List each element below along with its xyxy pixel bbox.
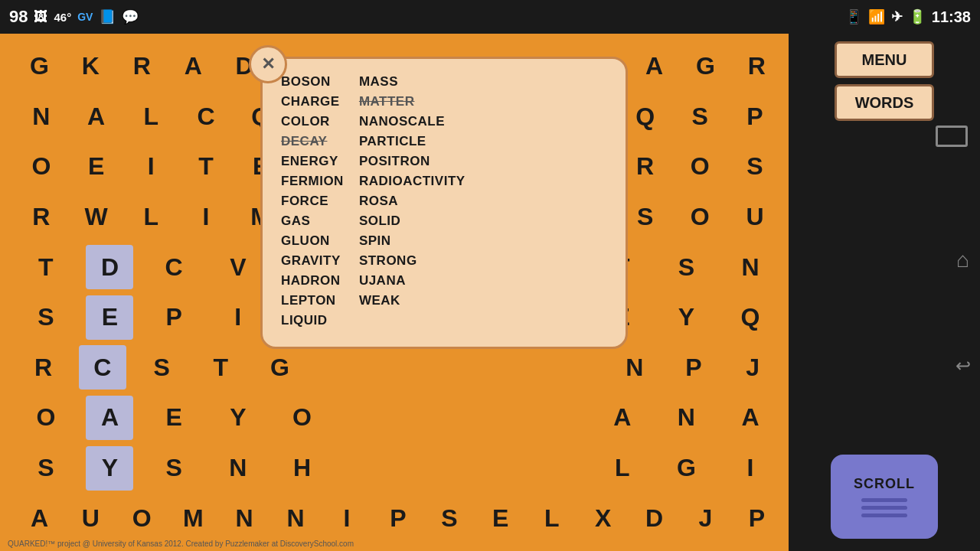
word-item: SPIN — [359, 233, 466, 249]
word-item: HADRON — [281, 273, 344, 289]
gallery-icon: 🖼 — [34, 9, 47, 25]
facebook-icon: 📘 — [99, 8, 116, 25]
battery-icon: 🔋 — [909, 8, 926, 25]
word-item-found: DECAY — [281, 134, 344, 149]
word-item: RADIOACTIVITY — [359, 174, 466, 189]
chat-icon: 💬 — [122, 8, 139, 25]
android-back-icon[interactable]: ↩ — [956, 355, 971, 377]
time-display: 11:38 — [932, 8, 971, 26]
words-list: BOSON CHARGE COLOR DECAY ENERGY FERMION … — [281, 74, 607, 328]
android-recent-icon[interactable] — [936, 126, 968, 147]
popup-overlay: ✕ BOSON CHARGE COLOR DECAY ENERGY FERMIO… — [0, 34, 789, 551]
scroll-lines — [861, 498, 907, 517]
phone-icon: 📱 — [845, 8, 862, 25]
status-left: 98 🖼 46° GV 📘 💬 — [9, 7, 139, 27]
word-item: STRONG — [359, 253, 466, 269]
word-item: BOSON — [281, 74, 344, 90]
words-column-1: BOSON CHARGE COLOR DECAY ENERGY FERMION … — [281, 74, 344, 328]
menu-button[interactable]: MENU — [835, 41, 934, 78]
word-item: NANOSCALE — [359, 114, 466, 129]
word-item: GLUON — [281, 233, 344, 249]
close-button[interactable]: ✕ — [249, 45, 287, 83]
scroll-line — [861, 498, 907, 502]
words-button[interactable]: WORDS — [835, 84, 934, 121]
word-item: CHARGE — [281, 94, 344, 109]
scroll-button[interactable]: SCROLL — [831, 455, 938, 539]
wifi-icon: 📶 — [868, 8, 885, 25]
word-item: WEAK — [359, 293, 466, 308]
word-item: FORCE — [281, 194, 344, 209]
status-right: 📱 📶 ✈ 🔋 11:38 — [845, 8, 971, 26]
word-item: UJANA — [359, 273, 466, 289]
words-column-2: MASS MATTER NANOSCALE PARTICLE POSITRON … — [359, 74, 466, 328]
status-bar: 98 🖼 46° GV 📘 💬 📱 📶 ✈ 🔋 11:38 — [0, 0, 980, 34]
android-home-icon[interactable]: ⌂ — [956, 248, 969, 272]
word-item-found: MATTER — [359, 94, 466, 109]
airplane-icon: ✈ — [891, 8, 903, 25]
gv-icon: GV — [77, 11, 93, 23]
sidebar: MENU WORDS ⌂ ↩ SCROLL — [789, 34, 980, 551]
word-item: POSITRON — [359, 154, 466, 169]
word-item: FERMION — [281, 174, 344, 189]
word-item: COLOR — [281, 114, 344, 129]
temp-display: 46° — [54, 11, 71, 24]
word-item: ROSA — [359, 194, 466, 209]
word-item: LEPTON — [281, 293, 344, 308]
word-item: MASS — [359, 74, 466, 90]
word-item: PARTICLE — [359, 134, 466, 149]
word-item: ENERGY — [281, 154, 344, 169]
word-item: SOLID — [359, 214, 466, 229]
battery-percent: 98 — [9, 7, 28, 27]
words-popup: ✕ BOSON CHARGE COLOR DECAY ENERGY FERMIO… — [260, 57, 628, 349]
scroll-line — [861, 506, 907, 510]
scroll-line — [861, 514, 907, 517]
word-item: GAS — [281, 214, 344, 229]
scroll-label: SCROLL — [854, 476, 915, 492]
word-item: GRAVITY — [281, 253, 344, 269]
word-item: LIQUID — [281, 313, 344, 328]
